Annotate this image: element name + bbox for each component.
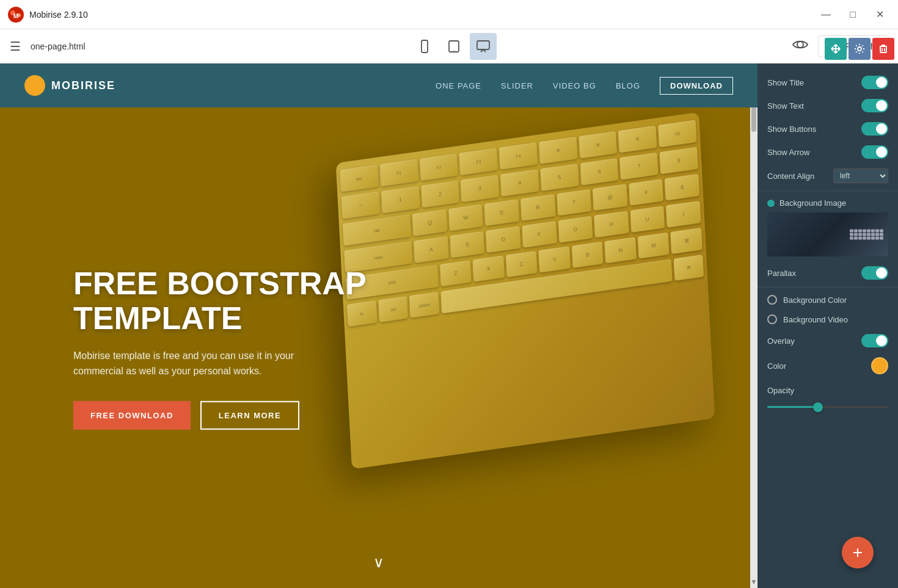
nav-link-slider[interactable]: SLIDER [501,81,533,90]
svg-text:M: M [13,13,18,20]
show-text-toggle[interactable] [861,99,888,112]
fab-button[interactable]: + [842,537,874,568]
mobile-device-button[interactable] [411,33,438,60]
opacity-row: Opacity [757,379,898,401]
learn-more-button[interactable]: LEARN MORE [200,401,299,430]
maximize-button[interactable]: □ [842,5,864,24]
overlay-row: Overlay [757,329,898,352]
show-text-row: Show Text [757,94,898,117]
overlay-toggle[interactable] [861,334,888,347]
toolbar: ☰ one-page.html [0,29,898,64]
background-image-label: Background Image [767,198,888,208]
free-download-button[interactable]: FREE DOWNLOAD [73,401,191,430]
scroll-arrow[interactable]: ∨ [373,554,384,571]
opacity-slider-track[interactable] [767,406,888,408]
preview-area: MOBIRISE ONE PAGE SLIDER VIDEO BG BLOG D… [0,64,757,588]
svg-rect-8 [477,41,489,49]
app-icon: M [7,6,24,23]
opacity-slider-container [757,401,898,413]
nav-link-blog[interactable]: BLOG [616,81,640,90]
background-video-radio[interactable] [767,314,777,324]
settings-tool-button[interactable] [849,38,871,60]
content-align-select[interactable]: left center right [833,169,888,183]
color-row: Color [757,352,898,379]
parallax-row: Parallax [757,261,898,285]
nav-link-onepage[interactable]: ONE PAGE [436,81,481,90]
hero-section: esc F1 F2 F3 F4 ⊞ ⊞ ⊞ F8 ~ 1 2 3 [0,107,757,588]
tablet-device-button[interactable] [440,33,467,60]
show-title-toggle[interactable] [861,76,888,89]
logo-text: MOBIRISE [51,79,115,92]
color-label: Color [767,361,871,371]
keyboard-decoration: esc F1 F2 F3 F4 ⊞ ⊞ ⊞ F8 ~ 1 2 3 [342,138,709,443]
move-tool-button[interactable] [825,38,847,60]
hero-subtitle: Mobirise template is free and you can us… [73,348,330,379]
content-align-row: Content Align left center right [757,164,898,188]
scrollbar[interactable]: ▲ ▼ [750,64,757,588]
opacity-slider-thumb[interactable] [813,402,823,412]
background-image-thumbnail[interactable] [767,212,888,256]
hero-title: FREE BOOTSTRAP TEMPLATE [73,266,379,335]
app-title: Mobirise 2.9.10 [29,10,815,20]
overlay-label: Overlay [767,336,861,346]
color-swatch[interactable] [871,357,888,374]
main-area: MOBIRISE ONE PAGE SLIDER VIDEO BG BLOG D… [0,64,898,588]
background-color-radio[interactable] [767,295,777,305]
show-buttons-row: Show Buttons [757,117,898,140]
minimize-button[interactable]: — [815,5,837,24]
show-buttons-label: Show Buttons [767,125,861,134]
preview-button[interactable] [792,37,808,56]
scroll-down-arrow[interactable]: ▼ [750,578,757,586]
show-arrow-label: Show Arrow [767,148,861,157]
svg-rect-12 [880,46,886,53]
site-navbar: MOBIRISE ONE PAGE SLIDER VIDEO BG BLOG D… [0,64,757,107]
background-video-row: Background Video [757,310,898,329]
delete-tool-button[interactable] [872,38,894,60]
window-controls: — □ ✕ [815,5,891,24]
background-video-label: Background Video [783,315,848,324]
settings-panel: Show Title Show Text Show Buttons [757,64,898,588]
background-image-section: Background Image [757,194,898,261]
show-text-label: Show Text [767,101,861,111]
svg-point-11 [858,47,861,51]
show-title-row: Show Title [757,71,898,94]
hero-buttons: FREE DOWNLOAD LEARN MORE [73,401,379,430]
show-arrow-row: Show Arrow [757,140,898,164]
nav-link-videobg[interactable]: VIDEO BG [553,81,596,90]
close-button[interactable]: ✕ [869,5,891,24]
background-color-row: Background Color [757,290,898,310]
device-switcher [411,33,792,60]
settings-content: Show Title Show Text Show Buttons [757,64,898,588]
hamburger-icon[interactable]: ☰ [10,39,21,54]
content-align-label: Content Align [767,172,833,181]
panel-toolbar [821,34,898,64]
desktop-device-button[interactable] [470,33,497,60]
svg-rect-4 [422,40,428,53]
svg-point-9 [797,42,803,48]
opacity-slider-fill [767,406,816,408]
background-color-label: Background Color [783,296,847,305]
parallax-label: Parallax [767,269,861,278]
nav-links: ONE PAGE SLIDER VIDEO BG BLOG DOWNLOAD [436,77,733,95]
site-logo: MOBIRISE [24,75,115,96]
hero-content: FREE BOOTSTRAP TEMPLATE Mobirise templat… [73,266,379,430]
parallax-toggle[interactable] [861,266,888,280]
logo-circle [24,75,45,96]
title-bar: M Mobirise 2.9.10 — □ ✕ [0,0,898,29]
nav-download-button[interactable]: DOWNLOAD [660,77,733,95]
show-buttons-toggle[interactable] [861,122,888,136]
filename-label: one-page.html [31,42,411,51]
opacity-label: Opacity [767,386,888,395]
bg-active-indicator [767,200,775,207]
show-title-label: Show Title [767,78,861,87]
show-arrow-toggle[interactable] [861,145,888,159]
